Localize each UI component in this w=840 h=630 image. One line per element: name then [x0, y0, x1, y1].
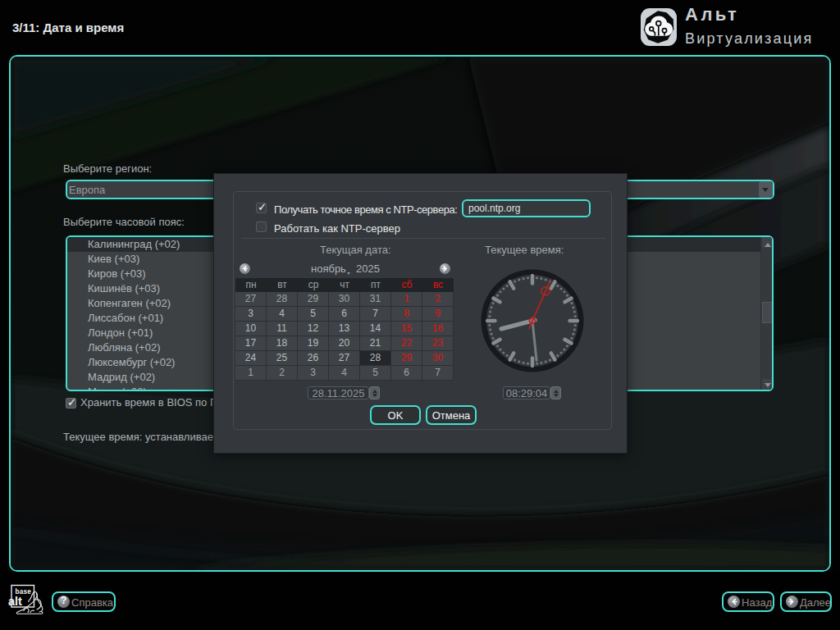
svg-text:alt: alt [8, 595, 22, 608]
